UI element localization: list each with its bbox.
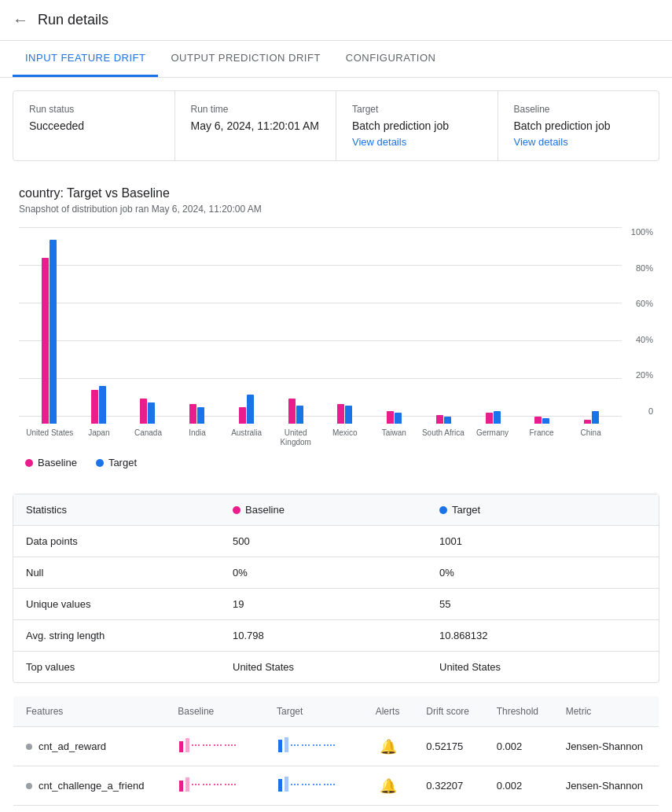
info-card-baseline: Baseline Batch prediction job View detai… <box>498 91 659 160</box>
baseline-bar <box>239 407 246 424</box>
features-col-target: Target <box>264 696 363 727</box>
bar-pair <box>189 404 204 424</box>
feature-target-chart <box>264 727 363 766</box>
target-bar <box>247 395 254 424</box>
tab-output-prediction-drift[interactable]: OUTPUT PREDICTION DRIFT <box>158 41 332 77</box>
feature-row: cnt_completed_5_levels 🔔0.320830.002Jens… <box>13 806 659 813</box>
svg-rect-0 <box>179 741 183 752</box>
info-card-run-status: Run status Succeeded <box>13 91 175 160</box>
stats-val-top-values-baseline: United States <box>233 661 439 673</box>
target-view-details-link[interactable]: View details <box>352 136 406 148</box>
feature-drift-score: 0.32083 <box>413 806 483 813</box>
bars-area <box>19 235 622 424</box>
bar-pair <box>239 395 254 424</box>
feature-name: cnt_challenge_a_friend <box>13 766 166 806</box>
feature-target-chart <box>264 766 363 806</box>
bar-pair <box>584 411 599 424</box>
baseline-bar <box>189 404 196 424</box>
x-label: United States <box>25 428 75 447</box>
stats-label-top-values: Top values <box>26 661 233 673</box>
x-label: Mexico <box>320 428 369 447</box>
legend-target: Target <box>96 457 137 468</box>
bar-group <box>420 415 468 424</box>
run-time-value: May 6, 2024, 11:20:01 AM <box>191 119 321 132</box>
feature-dot <box>26 744 32 750</box>
feature-alert: 🔔 <box>363 806 414 813</box>
features-col-metric: Metric <box>553 696 659 727</box>
stats-baseline-header: Baseline <box>245 504 285 516</box>
bar-pair <box>288 399 303 424</box>
feature-row: cnt_challenge_a_friend 🔔0.322070.002Jens… <box>13 766 659 806</box>
stats-col-label: Statistics <box>26 504 233 516</box>
alert-bell-icon: 🔔 <box>380 739 397 755</box>
bar-pair <box>387 411 402 424</box>
y-label-40: 40% <box>631 335 653 344</box>
baseline-value: Batch prediction job <box>514 119 644 132</box>
baseline-bar <box>584 420 591 424</box>
target-bar <box>444 417 451 424</box>
feature-dot <box>26 783 32 789</box>
svg-rect-6 <box>278 740 282 752</box>
statistics-section: Statistics Baseline Target Data points 5… <box>13 494 659 683</box>
x-label: France <box>517 428 567 447</box>
feature-drift-score: 0.32207 <box>413 766 483 806</box>
baseline-bar <box>337 404 344 424</box>
target-dot-header <box>439 506 447 514</box>
stats-label-null: Null <box>26 567 233 579</box>
stats-row-unique: Unique values 19 55 <box>13 589 659 620</box>
stats-target-header: Target <box>452 504 480 516</box>
back-button[interactable]: ← <box>13 11 28 29</box>
stats-val-unique-baseline: 19 <box>233 598 439 610</box>
stats-val-data-points-target: 1001 <box>439 535 646 547</box>
target-bar <box>345 406 352 424</box>
bar-group <box>124 399 172 424</box>
info-card-target: Target Batch prediction job View details <box>336 91 498 160</box>
grid-line-100 <box>19 227 622 228</box>
feature-name: cnt_completed_5_levels <box>13 806 166 813</box>
features-col-drift-score: Drift score <box>413 696 483 727</box>
features-header-row: Features Baseline Target Alerts Drift sc… <box>13 696 659 727</box>
x-label: Canada <box>123 428 173 447</box>
feature-baseline-chart <box>165 727 264 766</box>
bar-group <box>370 411 418 424</box>
feature-alert: 🔔 <box>363 766 414 806</box>
bar-pair <box>337 404 352 424</box>
target-bar <box>395 413 402 424</box>
baseline-view-details-link[interactable]: View details <box>514 136 568 148</box>
stats-val-top-values-target: United States <box>439 661 646 673</box>
stats-col-baseline: Baseline <box>233 504 439 516</box>
x-label: Japan <box>75 428 124 447</box>
stats-val-unique-target: 55 <box>439 598 646 610</box>
tab-input-feature-drift[interactable]: INPUT FEATURE DRIFT <box>13 41 158 77</box>
bar-pair <box>436 415 451 424</box>
svg-rect-7 <box>285 737 288 752</box>
baseline-bar <box>486 413 493 424</box>
x-label: Taiwan <box>369 428 419 447</box>
tab-configuration[interactable]: CONFIGURATION <box>333 41 449 77</box>
stats-row-top-values: Top values United States United States <box>13 652 659 682</box>
chart-legend: Baseline Target <box>19 457 653 468</box>
bar-pair <box>91 386 106 424</box>
info-cards: Run status Succeeded Run time May 6, 202… <box>13 90 659 161</box>
feature-baseline-chart <box>165 766 264 806</box>
features-col-baseline: Baseline <box>165 696 264 727</box>
run-status-label: Run status <box>29 104 159 115</box>
feature-threshold: 0.002 <box>484 766 553 806</box>
feature-threshold: 0.002 <box>484 806 553 813</box>
features-table: Features Baseline Target Alerts Drift sc… <box>13 696 659 812</box>
x-label: Germany <box>468 428 517 447</box>
bar-group <box>25 240 73 424</box>
svg-rect-12 <box>179 781 183 792</box>
baseline-bar <box>91 390 98 424</box>
svg-rect-19 <box>285 777 288 792</box>
chart-section: country: Target vs Baseline Snapshot of … <box>0 174 672 481</box>
y-label-60: 60% <box>631 299 653 308</box>
target-bar <box>494 411 501 424</box>
feature-alert: 🔔 <box>363 727 414 766</box>
feature-threshold: 0.002 <box>484 727 553 766</box>
chart-container: 100% 80% 60% 40% 20% 0 United StatesJapa… <box>19 227 653 447</box>
feature-drift-score: 0.52175 <box>413 727 483 766</box>
alert-bell-icon: 🔔 <box>380 778 397 794</box>
legend-baseline: Baseline <box>25 457 77 468</box>
x-label: India <box>173 428 222 447</box>
